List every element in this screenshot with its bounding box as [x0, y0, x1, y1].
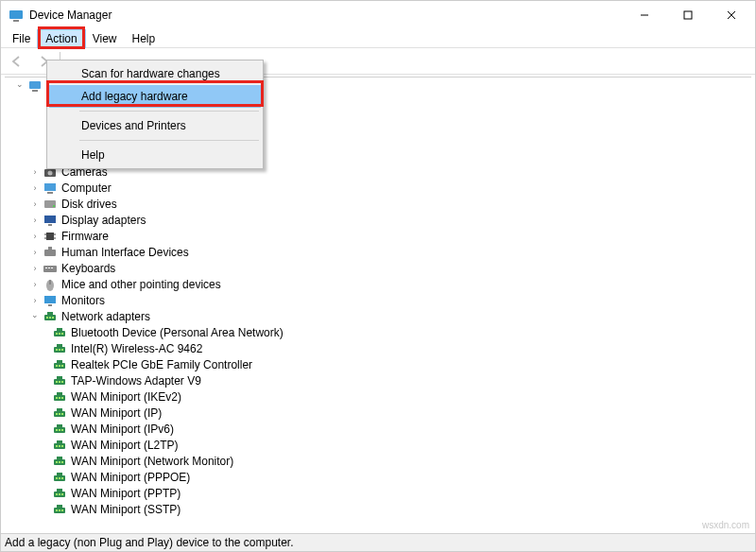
device-network-5[interactable]: WAN Miniport (IP)	[5, 405, 751, 421]
category-mice[interactable]: Mice and other pointing devices	[5, 276, 751, 292]
menu-view[interactable]: View	[85, 30, 125, 47]
category-hid[interactable]: Human Interface Devices	[5, 244, 751, 260]
category-monitors[interactable]: Monitors	[5, 292, 751, 308]
mouse-icon	[43, 277, 58, 292]
svg-rect-85	[61, 477, 63, 479]
maximize-button[interactable]	[666, 1, 710, 29]
svg-rect-39	[59, 333, 60, 335]
device-label: WAN Miniport (SSTP)	[71, 503, 180, 516]
svg-rect-30	[44, 296, 56, 303]
device-network-6[interactable]: WAN Miniport (IPv6)	[5, 421, 751, 437]
disk-icon	[43, 197, 58, 212]
svg-rect-80	[61, 461, 63, 463]
svg-rect-12	[47, 192, 53, 194]
category-label: Human Interface Devices	[61, 246, 189, 259]
network-adapter-icon	[52, 422, 67, 437]
svg-rect-81	[57, 457, 62, 459]
svg-rect-24	[43, 266, 57, 272]
device-label: Intel(R) Wireless-AC 9462	[71, 342, 202, 355]
device-network-7[interactable]: WAN Miniport (L2TP)	[5, 437, 751, 453]
svg-rect-46	[57, 344, 62, 347]
close-button[interactable]	[710, 1, 753, 29]
svg-rect-11	[44, 183, 56, 191]
device-network-3[interactable]: TAP-Windows Adapter V9	[5, 372, 751, 388]
svg-rect-73	[56, 445, 58, 447]
menu-action[interactable]: Action	[38, 30, 84, 47]
network-adapter-icon	[52, 470, 67, 485]
svg-rect-86	[57, 473, 62, 475]
device-network-8[interactable]: WAN Miniport (Network Monitor)	[5, 453, 751, 469]
category-network[interactable]: Network adapters	[5, 308, 751, 324]
app-icon	[9, 8, 24, 23]
svg-rect-49	[59, 365, 60, 367]
svg-rect-84	[59, 477, 60, 479]
device-network-0[interactable]: Bluetooth Device (Personal Area Network)	[5, 324, 751, 340]
menu-scan-hardware[interactable]: Scan for hardware changes	[49, 62, 261, 85]
menu-add-legacy-hardware[interactable]: Add legacy hardware	[49, 85, 261, 108]
category-label: Network adapters	[61, 310, 150, 323]
menubar: File Action View Help	[1, 29, 755, 48]
category-disk[interactable]: Disk drives	[5, 196, 751, 212]
device-network-10[interactable]: WAN Miniport (PPTP)	[5, 485, 751, 501]
network-adapter-icon	[52, 502, 67, 517]
device-label: Realtek PCIe GbE Family Controller	[71, 358, 252, 371]
computer-icon	[27, 78, 43, 94]
svg-rect-22	[44, 250, 56, 256]
svg-point-9	[48, 170, 53, 175]
svg-rect-91	[57, 489, 62, 492]
category-computer[interactable]: Computer	[5, 180, 751, 196]
svg-rect-26	[48, 267, 50, 268]
device-network-4[interactable]: WAN Miniport (IKEv2)	[5, 388, 751, 405]
svg-rect-43	[56, 349, 58, 351]
svg-rect-56	[57, 376, 62, 379]
svg-rect-71	[57, 424, 62, 427]
monitor-icon	[43, 293, 58, 308]
svg-rect-23	[48, 247, 52, 250]
device-network-1[interactable]: Intel(R) Wireless-AC 9462	[5, 340, 751, 356]
status-bar: Add a legacy (non Plug and Play) device …	[1, 533, 755, 551]
device-label: Bluetooth Device (Personal Area Network)	[71, 326, 284, 339]
network-adapter-icon	[52, 325, 67, 340]
device-network-9[interactable]: WAN Miniport (PPPOE)	[5, 469, 751, 485]
menu-devices-printers[interactable]: Devices and Printers	[49, 114, 261, 137]
menu-file[interactable]: File	[5, 30, 38, 47]
back-button[interactable]	[7, 51, 27, 72]
menu-help-item[interactable]: Help	[49, 144, 261, 166]
network-adapter-icon	[52, 389, 67, 405]
network-adapter-icon	[52, 405, 67, 421]
svg-rect-45	[61, 349, 63, 351]
svg-rect-55	[61, 381, 63, 383]
device-label: WAN Miniport (L2TP)	[71, 439, 179, 452]
svg-rect-53	[56, 381, 58, 383]
svg-rect-36	[47, 312, 53, 315]
svg-rect-66	[57, 408, 62, 411]
svg-rect-3	[684, 11, 692, 19]
device-label: WAN Miniport (PPPOE)	[71, 471, 190, 484]
svg-rect-38	[56, 333, 58, 335]
network-adapter-icon	[52, 373, 67, 388]
svg-rect-48	[56, 365, 58, 367]
svg-rect-15	[44, 216, 56, 223]
minimize-button[interactable]	[623, 1, 666, 29]
category-label: Firmware	[61, 230, 109, 243]
network-adapter-icon	[52, 454, 67, 469]
svg-rect-59	[59, 397, 60, 399]
category-display[interactable]: Display adapters	[5, 212, 751, 228]
svg-rect-88	[56, 493, 58, 495]
menu-help[interactable]: Help	[125, 30, 163, 47]
category-label: Monitors	[61, 294, 105, 307]
titlebar: Device Manager	[1, 1, 755, 29]
svg-rect-7	[32, 90, 38, 92]
device-label: WAN Miniport (IKEv2)	[71, 390, 181, 404]
network-adapter-icon	[52, 341, 67, 356]
svg-rect-75	[61, 445, 63, 447]
svg-rect-33	[46, 317, 48, 319]
svg-rect-0	[9, 10, 23, 19]
device-network-2[interactable]: Realtek PCIe GbE Family Controller	[5, 356, 751, 372]
svg-rect-64	[59, 413, 60, 415]
device-network-11[interactable]: WAN Miniport (SSTP)	[5, 501, 751, 517]
category-keyboards[interactable]: Keyboards	[5, 260, 751, 276]
svg-rect-70	[61, 429, 63, 431]
category-firmware[interactable]: Firmware	[5, 228, 751, 244]
svg-rect-69	[59, 429, 60, 431]
